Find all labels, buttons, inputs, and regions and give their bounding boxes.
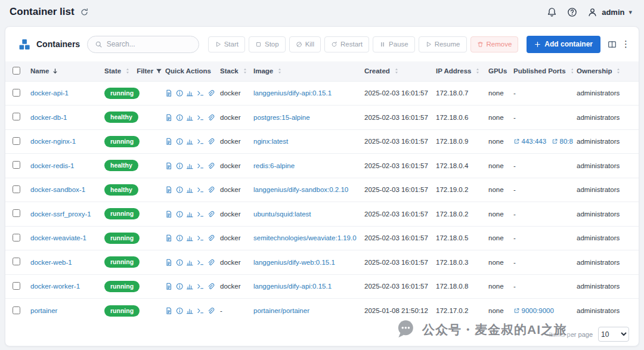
console-icon[interactable]: [197, 210, 205, 218]
stats-icon[interactable]: [186, 210, 194, 218]
inspect-icon[interactable]: [176, 234, 184, 242]
logs-icon[interactable]: [165, 307, 173, 315]
image-link[interactable]: langgenius/dify-sandbox:0.2.10: [253, 186, 348, 193]
console-icon[interactable]: [197, 138, 205, 145]
console-icon[interactable]: [197, 114, 205, 122]
column-header-created[interactable]: Created: [361, 61, 432, 81]
logs-icon[interactable]: [165, 186, 173, 194]
stats-icon[interactable]: [186, 89, 194, 97]
console-icon[interactable]: [197, 283, 205, 290]
inspect-icon[interactable]: [176, 89, 184, 97]
container-name-link[interactable]: portainer: [30, 307, 57, 314]
console-icon[interactable]: [197, 186, 205, 194]
stats-icon[interactable]: [186, 259, 194, 267]
attach-icon[interactable]: [207, 307, 215, 315]
refresh-icon[interactable]: [80, 8, 89, 17]
attach-icon[interactable]: [207, 259, 215, 267]
console-icon[interactable]: [197, 307, 205, 315]
attach-icon[interactable]: [207, 186, 215, 194]
resume-button[interactable]: Resume: [419, 36, 467, 52]
column-header-ip[interactable]: IP Address: [432, 61, 485, 81]
image-link[interactable]: nginx:latest: [253, 138, 288, 145]
stats-icon[interactable]: [186, 307, 194, 315]
logs-icon[interactable]: [165, 234, 173, 242]
console-icon[interactable]: [197, 162, 205, 170]
logs-icon[interactable]: [165, 162, 173, 170]
console-icon[interactable]: [197, 259, 205, 267]
inspect-icon[interactable]: [176, 210, 184, 218]
logs-icon[interactable]: [165, 89, 173, 97]
published-port-link[interactable]: 80:80: [552, 138, 573, 145]
attach-icon[interactable]: [207, 138, 215, 145]
logs-icon[interactable]: [165, 283, 173, 290]
inspect-icon[interactable]: [176, 114, 184, 122]
column-header-stack[interactable]: Stack: [216, 61, 250, 81]
container-name-link[interactable]: docker-sandbox-1: [30, 186, 85, 193]
stats-icon[interactable]: [186, 283, 194, 290]
attach-icon[interactable]: [207, 234, 215, 242]
inspect-icon[interactable]: [176, 138, 184, 145]
row-checkbox[interactable]: [13, 234, 20, 241]
column-header-image[interactable]: Image: [250, 61, 361, 81]
stats-icon[interactable]: [186, 186, 194, 194]
image-link[interactable]: redis:6-alpine: [253, 162, 295, 169]
container-name-link[interactable]: docker-web-1: [30, 259, 72, 266]
row-checkbox[interactable]: [13, 282, 20, 290]
attach-icon[interactable]: [207, 210, 215, 218]
stop-button[interactable]: Stop: [249, 36, 286, 52]
start-button[interactable]: Start: [208, 36, 245, 52]
image-link[interactable]: portainer/portainer: [253, 307, 309, 314]
attach-icon[interactable]: [207, 89, 215, 97]
column-header-ports[interactable]: Published Ports: [510, 61, 573, 81]
image-link[interactable]: ubuntu/squid:latest: [253, 210, 311, 218]
column-header-gpus[interactable]: GPUs: [485, 61, 510, 81]
row-checkbox[interactable]: [13, 306, 20, 314]
column-header-state[interactable]: StateFilter: [101, 61, 162, 81]
row-checkbox[interactable]: [13, 113, 20, 120]
column-header-name[interactable]: Name: [27, 61, 101, 81]
container-name-link[interactable]: docker-worker-1: [30, 283, 80, 290]
container-name-link[interactable]: docker-ssrf_proxy-1: [30, 210, 91, 218]
column-header-quick_actions[interactable]: Quick Actions: [162, 61, 216, 81]
image-link[interactable]: langgenius/dify-api:0.15.1: [253, 89, 332, 97]
pause-button[interactable]: Pause: [373, 36, 415, 52]
row-checkbox[interactable]: [13, 258, 20, 265]
restart-button[interactable]: Restart: [324, 36, 369, 52]
image-link[interactable]: langgenius/dify-api:0.15.1: [253, 283, 332, 290]
remove-button[interactable]: Remove: [470, 36, 519, 52]
stats-icon[interactable]: [186, 138, 194, 145]
inspect-icon[interactable]: [176, 283, 184, 290]
stats-icon[interactable]: [186, 234, 194, 242]
image-link[interactable]: langgenius/dify-web:0.15.1: [253, 259, 335, 266]
attach-icon[interactable]: [207, 283, 215, 290]
published-port-link[interactable]: 9000:9000: [513, 307, 554, 314]
container-name-link[interactable]: docker-db-1: [30, 114, 67, 121]
row-checkbox[interactable]: [13, 185, 20, 193]
select-all-checkbox[interactable]: [13, 67, 20, 75]
state-filter-control[interactable]: Filter: [137, 67, 162, 75]
user-menu[interactable]: admin ▾: [587, 7, 632, 17]
console-icon[interactable]: [197, 234, 205, 242]
container-name-link[interactable]: docker-nginx-1: [30, 138, 76, 145]
kebab-menu-icon[interactable]: ⋮: [621, 39, 630, 49]
attach-icon[interactable]: [207, 162, 215, 170]
logs-icon[interactable]: [165, 114, 173, 122]
notifications-bell-icon[interactable]: [547, 7, 557, 17]
image-link[interactable]: postgres:15-alpine: [253, 114, 310, 121]
container-name-link[interactable]: docker-weaviate-1: [30, 234, 86, 241]
search-input[interactable]: [107, 40, 191, 48]
kill-button[interactable]: Kill: [289, 36, 321, 52]
console-icon[interactable]: [197, 89, 205, 97]
inspect-icon[interactable]: [176, 307, 184, 315]
inspect-icon[interactable]: [176, 259, 184, 267]
attach-icon[interactable]: [207, 114, 215, 122]
columns-selector-icon[interactable]: [608, 40, 617, 49]
container-name-link[interactable]: docker-api-1: [30, 89, 69, 97]
add-container-button[interactable]: Add container: [527, 36, 600, 53]
row-checkbox[interactable]: [13, 209, 20, 217]
logs-icon[interactable]: [165, 138, 173, 145]
stats-icon[interactable]: [186, 162, 194, 170]
logs-icon[interactable]: [165, 210, 173, 218]
container-name-link[interactable]: docker-redis-1: [30, 162, 75, 169]
row-checkbox[interactable]: [13, 137, 20, 145]
